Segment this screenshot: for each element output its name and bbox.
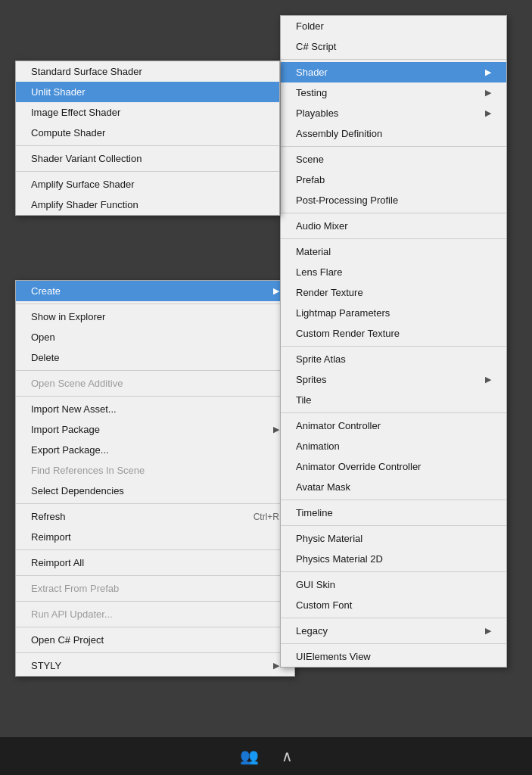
shader-sep-2 — [16, 171, 279, 172]
taskbar: 👥 ∧ — [0, 737, 532, 775]
right-sep-2 — [281, 213, 506, 213]
menu-custom-font[interactable]: Custom Font — [281, 595, 506, 615]
right-sep-5 — [281, 412, 506, 413]
right-sep-1 — [281, 146, 506, 147]
menu-open[interactable]: Open — [16, 327, 294, 347]
menu-audio-mixer[interactable]: Audio Mixer — [281, 216, 506, 236]
menu-import-new-asset[interactable]: Import New Asset... — [16, 399, 294, 419]
menu-assembly-definition[interactable]: Assembly Definition — [281, 123, 506, 144]
import-package-arrow-icon: ▶ — [273, 425, 279, 434]
playables-arrow-icon: ▶ — [485, 108, 491, 118]
menu-animator-controller[interactable]: Animator Controller — [281, 416, 506, 436]
menu-extract-from-prefab: Extract From Prefab — [16, 578, 294, 599]
menu-csharp-script[interactable]: C# Script — [281, 36, 506, 57]
shader-unlit[interactable]: Unlit Shader — [16, 82, 279, 102]
taskbar-users-icon[interactable]: 👥 — [240, 747, 259, 765]
shader-submenu: Standard Surface Shader Unlit Shader Ima… — [15, 61, 280, 216]
menu-custom-render-texture[interactable]: Custom Render Texture — [281, 323, 506, 344]
refresh-shortcut: Ctrl+R — [254, 512, 279, 522]
menu-sprites[interactable]: Sprites ▶ — [281, 369, 506, 390]
shader-image-effect[interactable]: Image Effect Shader — [16, 102, 279, 123]
menu-gui-skin[interactable]: GUI Skin — [281, 574, 506, 595]
left-sep-0 — [16, 303, 294, 304]
menu-show-explorer[interactable]: Show in Explorer — [16, 307, 294, 327]
shader-standard-surface[interactable]: Standard Surface Shader — [16, 61, 279, 82]
menu-scene[interactable]: Scene — [281, 149, 506, 170]
left-sep-1 — [16, 370, 294, 371]
menu-export-package[interactable]: Export Package... — [16, 440, 294, 460]
left-sep-6 — [16, 601, 294, 602]
left-sep-4 — [16, 549, 294, 550]
testing-arrow-icon: ▶ — [485, 88, 491, 98]
menu-create[interactable]: Create ▶ — [16, 281, 294, 301]
menu-folder[interactable]: Folder — [281, 16, 506, 36]
menu-open-scene-additive: Open Scene Additive — [16, 373, 294, 394]
menu-select-dependencies[interactable]: Select Dependencies — [16, 481, 294, 501]
menu-timeline[interactable]: Timeline — [281, 503, 506, 523]
shader-amplify-surface[interactable]: Amplify Surface Shader — [16, 174, 279, 195]
menu-uielements-view[interactable]: UIElements View — [281, 646, 506, 667]
menu-refresh[interactable]: Refresh Ctrl+R — [16, 506, 294, 527]
menu-open-cs-project[interactable]: Open C# Project — [16, 630, 294, 650]
right-sep-10 — [281, 643, 506, 644]
left-sep-5 — [16, 575, 294, 576]
menu-physics-material-2d[interactable]: Physics Material 2D — [281, 549, 506, 569]
menu-sprite-atlas[interactable]: Sprite Atlas — [281, 349, 506, 369]
menu-lightmap-parameters[interactable]: Lightmap Parameters — [281, 303, 506, 323]
menu-lens-flare[interactable]: Lens Flare — [281, 262, 506, 282]
menu-avatar-mask[interactable]: Avatar Mask — [281, 477, 506, 497]
menu-legacy[interactable]: Legacy ▶ — [281, 621, 506, 641]
shader-arrow-icon: ▶ — [485, 67, 491, 77]
right-sep-7 — [281, 525, 506, 526]
menu-tile[interactable]: Tile — [281, 390, 506, 410]
sprites-arrow-icon: ▶ — [485, 375, 491, 384]
shader-sep-1 — [16, 145, 279, 146]
right-context-menu: Folder C# Script Shader ▶ Testing ▶ Play… — [280, 15, 507, 668]
menu-material[interactable]: Material — [281, 241, 506, 262]
left-sep-7 — [16, 627, 294, 627]
shader-compute[interactable]: Compute Shader — [16, 123, 279, 143]
menu-styly[interactable]: STYLY ▶ — [16, 655, 294, 676]
menu-reimport-all[interactable]: Reimport All — [16, 552, 294, 573]
taskbar-up-icon[interactable]: ∧ — [282, 747, 293, 765]
menu-render-texture[interactable]: Render Texture — [281, 282, 506, 303]
left-sep-8 — [16, 652, 294, 653]
menu-physic-material[interactable]: Physic Material — [281, 528, 506, 549]
shader-amplify-function[interactable]: Amplify Shader Function — [16, 195, 279, 215]
create-arrow-icon: ▶ — [273, 286, 279, 296]
right-sep-9 — [281, 618, 506, 618]
menu-playables[interactable]: Playables ▶ — [281, 103, 506, 123]
left-sep-2 — [16, 396, 294, 397]
right-sep-6 — [281, 500, 506, 500]
menu-shader[interactable]: Shader ▶ — [281, 62, 506, 82]
menu-prefab[interactable]: Prefab — [281, 170, 506, 190]
menu-run-api-updater: Run API Updater... — [16, 604, 294, 624]
menu-import-package[interactable]: Import Package ▶ — [16, 419, 294, 440]
legacy-arrow-icon: ▶ — [485, 626, 491, 636]
right-sep-4 — [281, 346, 506, 347]
left-sep-3 — [16, 503, 294, 504]
menu-testing[interactable]: Testing ▶ — [281, 82, 506, 103]
left-context-menu: Create ▶ Show in Explorer Open Delete Op… — [15, 280, 295, 677]
menu-animator-override-controller[interactable]: Animator Override Controller — [281, 456, 506, 477]
menu-animation[interactable]: Animation — [281, 436, 506, 456]
right-sep-8 — [281, 571, 506, 572]
styly-arrow-icon: ▶ — [273, 661, 279, 671]
shader-variant-collection[interactable]: Shader Variant Collection — [16, 148, 279, 169]
right-sep-0 — [281, 59, 506, 60]
menu-delete[interactable]: Delete — [16, 347, 294, 368]
menu-post-processing-profile[interactable]: Post-Processing Profile — [281, 190, 506, 210]
menu-find-references: Find References In Scene — [16, 460, 294, 481]
menu-reimport[interactable]: Reimport — [16, 527, 294, 547]
right-sep-3 — [281, 238, 506, 239]
